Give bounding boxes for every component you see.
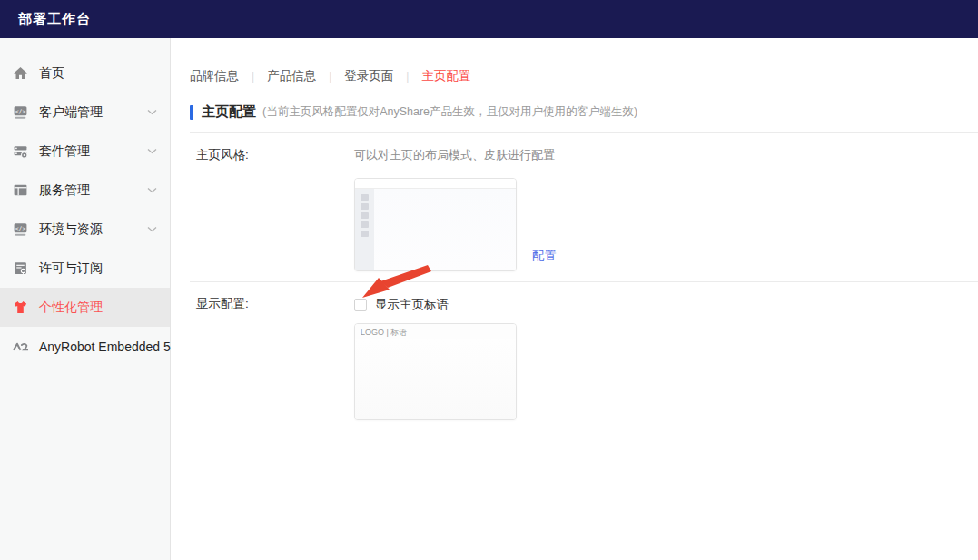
sidebar-item-home[interactable]: 首页 <box>0 54 170 93</box>
sidebar-item-service[interactable]: 服务管理 <box>0 171 170 210</box>
chevron-down-icon <box>147 187 157 193</box>
app-header: 部署工作台 <box>0 0 978 38</box>
sidebar-item-environment[interactable]: </> 环境与资源 <box>0 210 170 249</box>
show-slogan-checkbox[interactable] <box>354 299 367 311</box>
sidebar-item-suite[interactable]: 套件管理 <box>0 132 170 171</box>
anyrobot-icon <box>13 339 28 354</box>
svg-text:</>: </> <box>15 108 26 115</box>
svg-text:</>: </> <box>15 225 26 232</box>
display-config-row: 显示配置: 显示主页标语 LOGO | 标语 <box>190 284 978 420</box>
sidebar-item-label: 首页 <box>39 65 64 82</box>
sidebar-item-label: 套件管理 <box>39 143 90 160</box>
divider <box>190 132 978 133</box>
preview-content <box>374 189 516 270</box>
sidebar-item-client[interactable]: </> 客户端管理 <box>0 93 170 132</box>
tab-separator: | <box>252 70 254 83</box>
slogan-preview: LOGO | 标语 <box>354 323 517 420</box>
app-title: 部署工作台 <box>18 11 91 28</box>
section-note: (当前主页风格配置仅对AnyShare产品生效，且仅对用户使用的客户端生效) <box>262 104 637 120</box>
divider <box>190 281 978 282</box>
tab-bar: 品牌信息 | 产品信息 | 登录页面 | 主页配置 <box>190 38 978 84</box>
section-title: 主页配置 <box>202 103 256 121</box>
display-config-label: 显示配置: <box>190 284 354 420</box>
chevron-down-icon <box>147 226 157 232</box>
sidebar-item-anyrobot[interactable]: AnyRobot Embedded 5 <box>0 327 170 366</box>
tab-brand-info[interactable]: 品牌信息 <box>190 68 239 84</box>
sidebar-item-label: AnyRobot Embedded 5 <box>39 339 171 354</box>
tab-product-info[interactable]: 产品信息 <box>267 68 316 84</box>
home-style-preview <box>354 178 517 271</box>
tshirt-icon <box>13 300 28 315</box>
preview-sidebar <box>355 189 374 270</box>
chevron-down-icon <box>147 109 157 115</box>
tab-separator: | <box>329 70 331 83</box>
section-header: 主页配置 (当前主页风格配置仅对AnyShare产品生效，且仅对用户使用的客户端… <box>190 103 978 121</box>
sidebar-item-label: 服务管理 <box>39 182 90 199</box>
tab-login-page[interactable]: 登录页面 <box>344 68 393 84</box>
sidebar-item-label: 环境与资源 <box>39 221 103 238</box>
slogan-preview-body <box>355 339 516 420</box>
suite-server-icon <box>13 143 28 159</box>
configure-link[interactable]: 配置 <box>532 248 557 264</box>
tab-separator: | <box>406 70 409 83</box>
section-accent-bar <box>190 105 193 120</box>
home-style-description: 可以对主页的布局模式、皮肤进行配置 <box>354 147 978 163</box>
environment-code-icon: </> <box>13 221 28 237</box>
preview-topbar <box>355 179 516 189</box>
show-slogan-label: 显示主页标语 <box>375 297 449 313</box>
sidebar-item-license[interactable]: 许可与订阅 <box>0 249 170 288</box>
home-style-label: 主页风格: <box>190 147 354 271</box>
show-slogan-option[interactable]: 显示主页标语 <box>354 297 978 313</box>
chevron-down-icon <box>147 148 157 154</box>
slogan-preview-header: LOGO | 标语 <box>355 324 516 339</box>
sidebar: 首页 </> 客户端管理 套件管理 服务管理 <box>0 38 171 560</box>
license-doc-icon <box>13 260 28 276</box>
sidebar-item-label: 客户端管理 <box>39 104 103 121</box>
main-content: 品牌信息 | 产品信息 | 登录页面 | 主页配置 主页配置 (当前主页风格配置… <box>171 38 978 560</box>
service-layout-icon <box>13 182 28 198</box>
home-style-row: 主页风格: 可以对主页的布局模式、皮肤进行配置 配置 <box>190 147 978 271</box>
client-code-icon: </> <box>13 104 28 120</box>
tab-home-config[interactable]: 主页配置 <box>421 68 470 84</box>
sidebar-item-personalization[interactable]: 个性化管理 <box>0 288 170 327</box>
sidebar-item-label: 许可与订阅 <box>39 260 103 277</box>
home-icon <box>13 65 28 81</box>
sidebar-item-label: 个性化管理 <box>39 300 103 316</box>
